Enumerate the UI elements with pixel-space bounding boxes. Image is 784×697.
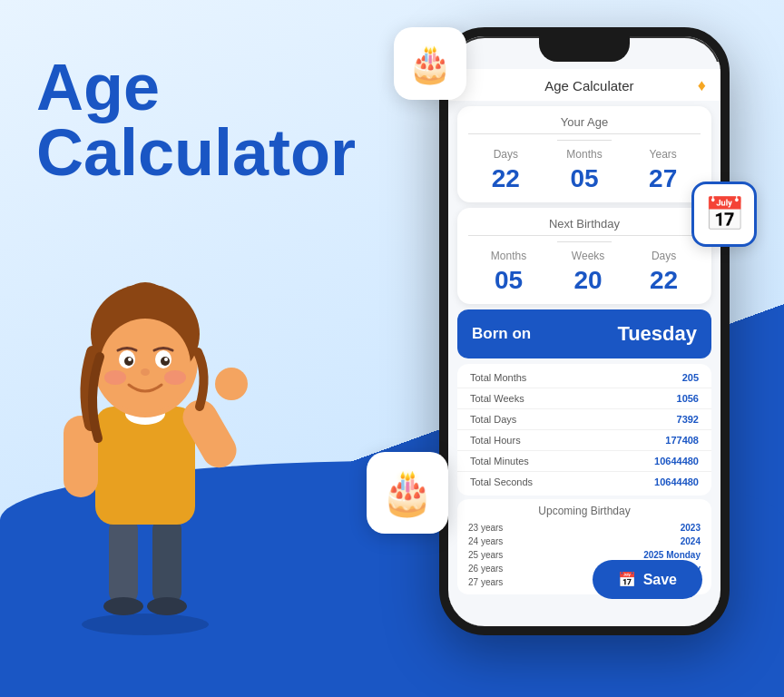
svg-point-14	[100, 319, 191, 413]
phone-notch	[539, 36, 630, 62]
stats-list: Total Months205Total Weeks1056Total Days…	[457, 364, 711, 496]
years-label: Years	[649, 148, 677, 161]
stat-value: 177408	[665, 435, 699, 446]
phone-mockup: Age Calculater ♦ Your Age Days 22 Months…	[439, 27, 748, 663]
svg-point-4	[147, 597, 187, 615]
upcoming-title: Upcoming Birthday	[468, 505, 701, 517]
upcoming-age: 26 years	[468, 564, 503, 574]
age-years-col: Years 27	[649, 148, 677, 193]
born-on-value: Tuesday	[617, 322, 697, 346]
stat-name: Total Days	[470, 414, 516, 425]
age-days-col: Days 22	[492, 148, 520, 193]
svg-rect-2	[152, 515, 181, 606]
bday-weeks-col: Weeks 20	[572, 250, 604, 295]
stat-value: 205	[682, 372, 699, 383]
svg-point-22	[104, 370, 126, 385]
birthday-grid: Months 05 Weeks 20 Days 22	[468, 250, 701, 295]
upcoming-year: 2023	[681, 523, 701, 533]
title-block: Age Calculator	[36, 54, 356, 185]
bday-days-value: 22	[650, 266, 678, 295]
born-on-label: Born on	[472, 325, 531, 343]
bday-days-col: Days 22	[650, 250, 678, 295]
upcoming-row: 23 years2023	[468, 521, 701, 535]
app-title: Age Calculater	[481, 78, 698, 93]
upcoming-row: 24 years2024	[468, 535, 701, 548]
save-icon: 📅	[618, 571, 636, 588]
phone-frame: Age Calculater ♦ Your Age Days 22 Months…	[439, 27, 730, 635]
stat-value: 7392	[677, 414, 699, 425]
gem-icon: ♦	[698, 76, 706, 95]
save-button[interactable]: 📅 Save	[593, 560, 702, 599]
stat-name: Total Minutes	[470, 456, 529, 466]
svg-point-21	[141, 368, 150, 376]
stat-value: 1056	[677, 393, 699, 404]
stat-name: Total Weeks	[470, 393, 524, 404]
stat-row: Total Months205	[457, 368, 711, 388]
upcoming-year: 2025 Monday	[643, 550, 701, 560]
upcoming-age: 23 years	[468, 523, 503, 533]
bday-weeks-label: Weeks	[572, 250, 604, 262]
calendar-icon: 📅	[704, 195, 745, 233]
bday-months-value: 05	[491, 266, 526, 295]
your-age-title: Your Age	[468, 115, 701, 134]
age-divider	[557, 140, 612, 141]
upcoming-age: 27 years	[468, 577, 503, 587]
upcoming-year: 2024	[681, 536, 701, 546]
character-illustration	[18, 207, 272, 643]
svg-point-20	[164, 358, 168, 361]
months-label: Months	[566, 148, 602, 161]
next-birthday-title: Next Birthday	[468, 217, 701, 236]
bday-months-col: Months 05	[491, 250, 526, 295]
months-value: 05	[566, 164, 602, 193]
save-label: Save	[643, 572, 677, 588]
years-value: 27	[649, 164, 677, 193]
stat-name: Total Seconds	[470, 476, 533, 487]
bday-weeks-value: 20	[572, 266, 604, 295]
svg-point-23	[164, 370, 186, 385]
svg-point-3	[103, 597, 143, 615]
svg-point-19	[128, 358, 132, 361]
stat-name: Total Hours	[470, 435, 521, 446]
party-cake-icon: 🎂	[380, 467, 435, 518]
stat-value: 10644480	[654, 456, 699, 466]
svg-rect-1	[109, 515, 138, 606]
upcoming-age: 24 years	[468, 536, 503, 546]
bday-months-label: Months	[491, 250, 526, 262]
stat-row: Total Hours177408	[457, 430, 711, 451]
app-header: Age Calculater ♦	[448, 69, 720, 101]
born-on-banner: Born on Tuesday	[457, 309, 711, 358]
phone-screen: Age Calculater ♦ Your Age Days 22 Months…	[448, 62, 720, 626]
stat-row: Total Weeks1056	[457, 388, 711, 409]
birthday-cake-icon: 🎂	[407, 43, 453, 85]
party-cake-badge: 🎂	[367, 452, 448, 534]
title-age: Age	[36, 54, 356, 120]
svg-point-9	[215, 368, 248, 400]
svg-point-0	[82, 614, 209, 635]
your-age-section: Your Age Days 22 Months 05 Years 27	[457, 106, 711, 202]
stat-row: Total Minutes10644480	[457, 451, 711, 472]
stat-row: Total Seconds10644480	[457, 472, 711, 492]
days-value: 22	[492, 164, 520, 193]
calendar-badge: 📅	[691, 182, 757, 247]
bday-days-label: Days	[650, 250, 678, 262]
stat-row: Total Days7392	[457, 409, 711, 430]
upcoming-age: 25 years	[468, 550, 503, 560]
days-label: Days	[492, 148, 520, 161]
stat-name: Total Months	[470, 372, 526, 383]
birthday-divider	[557, 241, 612, 242]
age-months-col: Months 05	[566, 148, 602, 193]
age-grid: Days 22 Months 05 Years 27	[468, 148, 701, 193]
birthday-icon-badge: 🎂	[394, 27, 466, 100]
stat-value: 10644480	[654, 476, 699, 487]
title-calculator: Calculator	[36, 120, 356, 185]
next-birthday-section: Next Birthday Months 05 Weeks 20 Days 22	[457, 208, 711, 304]
